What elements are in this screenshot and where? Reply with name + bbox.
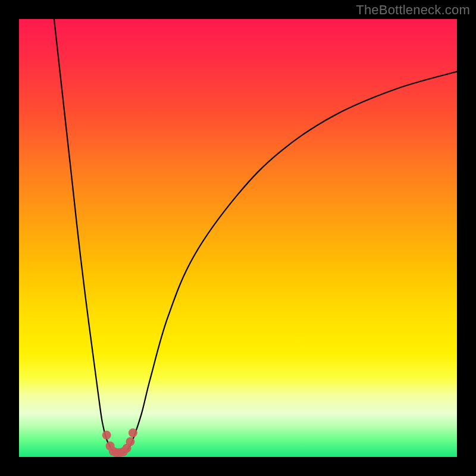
left-curve	[54, 19, 115, 453]
valley-point	[102, 431, 111, 440]
valley-point	[129, 428, 137, 437]
plot-area	[19, 19, 457, 457]
curve-layer	[19, 19, 457, 457]
valley-point	[126, 437, 134, 446]
valley-points	[102, 428, 137, 457]
chart-frame: TheBottleneck.com	[0, 0, 476, 476]
watermark-text: TheBottleneck.com	[356, 2, 470, 18]
right-curve	[124, 71, 457, 452]
